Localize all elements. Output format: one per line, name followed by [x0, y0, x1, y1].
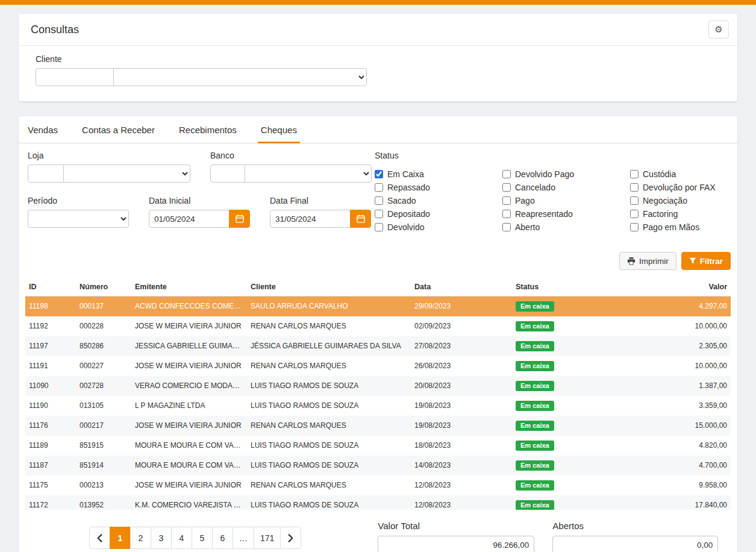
periodo-select[interactable]: [28, 210, 129, 228]
status-option[interactable]: Factoring: [630, 207, 728, 221]
cell-valor: 10.000,00: [600, 316, 731, 336]
status-option[interactable]: Cancelado: [502, 181, 630, 194]
page-button[interactable]: 171: [254, 527, 281, 549]
status-option[interactable]: Reapresentado: [502, 207, 630, 221]
table-row[interactable]: 11176000217JOSE W MEIRA VIEIRA JUNIORREN…: [25, 416, 731, 436]
table-row[interactable]: 11190013105L P MAGAZINE LTDALUIS TIAGO R…: [25, 396, 731, 416]
status-option[interactable]: Custódia: [630, 168, 728, 181]
status-option[interactable]: Pago em Mãos: [630, 221, 728, 234]
cell-status: Em caixa: [512, 316, 600, 336]
page-ellipsis: …: [233, 527, 254, 549]
cell: 11090: [25, 376, 76, 396]
status-option[interactable]: Repassado: [375, 181, 502, 194]
cliente-select[interactable]: [113, 68, 367, 86]
table-row[interactable]: 11189851915MOURA E MOURA E COM VA…LUIS T…: [25, 436, 731, 456]
pagination: 123456…171: [89, 527, 301, 549]
table-row[interactable]: 11198000137ACWD CONFECCOES COMER…SAULO A…: [25, 296, 731, 317]
data-final-input[interactable]: [270, 210, 351, 228]
status-option[interactable]: Negociação: [630, 194, 728, 207]
banco-select[interactable]: [245, 165, 372, 183]
status-checkbox[interactable]: [502, 196, 511, 205]
cell-valor: 10.000,00: [600, 356, 731, 376]
table-row[interactable]: 11197850286JESSICA GABRIELLE GUIMA…JÉSSI…: [25, 336, 731, 356]
banco-code-input[interactable]: [210, 165, 245, 183]
cell: JOSE W MEIRA VIEIRA JUNIOR: [131, 416, 247, 436]
page-button[interactable]: 2: [130, 527, 151, 549]
data-inicial-calendar-button[interactable]: [229, 210, 250, 228]
table-row[interactable]: 11191000227JOSE W MEIRA VIEIRA JUNIORREN…: [25, 356, 731, 376]
status-checkbox[interactable]: [630, 210, 639, 218]
cliente-label: Cliente: [36, 54, 720, 64]
cell: 11187: [25, 456, 76, 475]
status-checkbox[interactable]: [630, 183, 639, 192]
table-row[interactable]: 11192000228JOSE W MEIRA VIEIRA JUNIORREN…: [25, 316, 731, 336]
cell: 11198: [25, 296, 76, 317]
table-row[interactable]: 11090002728VERAO COMERCIO E MODAS…LUIS T…: [25, 376, 731, 396]
abertos-label: Abertos: [552, 521, 718, 531]
page-button[interactable]: 4: [171, 527, 192, 549]
status-checkbox[interactable]: [375, 223, 383, 231]
table-header-row: IDNúmeroEmitenteClienteDataStatusValor: [25, 278, 731, 296]
valor-total-field: [378, 536, 534, 552]
status-option[interactable]: Aberto: [502, 221, 630, 234]
cell: 27/08/2023: [411, 336, 512, 356]
status-checkbox[interactable]: [630, 170, 639, 178]
page-button[interactable]: 3: [151, 527, 172, 549]
cell: RENAN CARLOS MARQUES: [247, 316, 411, 336]
cell: LUIS TIAGO RAMOS DE SOUZA: [247, 436, 411, 456]
table-row[interactable]: 11172013952K.M. COMERCIO VAREJISTA …LUIS…: [25, 495, 731, 510]
table-row[interactable]: 11187851914MOURA E MOURA E COM VA…LUIS T…: [25, 456, 731, 475]
next-page-button[interactable]: [280, 527, 301, 549]
page-title: Consultas: [27, 24, 79, 36]
status-option[interactable]: Devolvido: [375, 221, 502, 234]
status-checkbox[interactable]: [502, 223, 511, 231]
status-checkbox[interactable]: [630, 196, 639, 205]
status-checkbox[interactable]: [502, 170, 511, 178]
cell: 19/08/2023: [411, 416, 512, 436]
tabs: Vendas Contas a Receber Recebimentos Che…: [19, 116, 737, 143]
filter-icon: [689, 257, 696, 265]
loja-select[interactable]: [63, 165, 190, 183]
loja-code-input[interactable]: [28, 165, 64, 183]
data-final-calendar-button[interactable]: [350, 210, 371, 228]
prev-page-button[interactable]: [89, 527, 110, 549]
settings-button[interactable]: ⚙: [708, 20, 729, 39]
cell: 11189: [25, 436, 76, 456]
printer-icon: [627, 257, 636, 265]
page-button[interactable]: 1: [110, 527, 131, 549]
cell: 26/08/2023: [411, 356, 512, 376]
filtrar-button[interactable]: Filtrar: [681, 252, 731, 270]
status-option[interactable]: Devolução por FAX: [630, 181, 728, 194]
status-checkbox[interactable]: [375, 210, 383, 218]
status-grid: Em CaixaRepassadoSacadoDepositadoDevolvi…: [375, 168, 728, 234]
data-inicial-input[interactable]: [149, 210, 230, 228]
valor-total-label: Valor Total: [378, 521, 534, 531]
status-checkbox[interactable]: [375, 170, 383, 178]
page-button[interactable]: 5: [192, 527, 213, 549]
status-checkbox[interactable]: [630, 223, 639, 231]
gear-icon: ⚙: [714, 24, 722, 35]
imprimir-label: Imprimir: [639, 257, 669, 266]
tab-recebimentos[interactable]: Recebimentos: [176, 116, 240, 143]
status-option[interactable]: Depositado: [375, 207, 502, 221]
cell: LUIS TIAGO RAMOS DE SOUZA: [247, 456, 411, 475]
tab-cheques[interactable]: Cheques: [258, 116, 300, 143]
page-button[interactable]: 6: [212, 527, 233, 549]
tab-contas-a-receber[interactable]: Contas a Receber: [79, 116, 158, 143]
cell: 013952: [76, 495, 131, 510]
status-option[interactable]: Pago: [502, 194, 630, 207]
column-header: Emitente: [131, 278, 247, 296]
status-checkbox[interactable]: [375, 196, 383, 205]
tab-vendas[interactable]: Vendas: [25, 116, 61, 143]
cell: 11197: [25, 336, 76, 356]
imprimir-button[interactable]: Imprimir: [619, 252, 676, 270]
loja-label: Loja: [28, 151, 190, 160]
status-option[interactable]: Sacado: [375, 194, 502, 207]
status-checkbox[interactable]: [502, 183, 511, 192]
status-checkbox[interactable]: [375, 183, 383, 192]
table-row[interactable]: 11175000213JOSE W MEIRA VIEIRA JUNIORREN…: [25, 475, 731, 495]
status-option[interactable]: Devolvido Pago: [502, 168, 630, 181]
status-option[interactable]: Em Caixa: [375, 168, 502, 181]
cliente-code-input[interactable]: [36, 68, 114, 86]
status-checkbox[interactable]: [502, 210, 511, 218]
